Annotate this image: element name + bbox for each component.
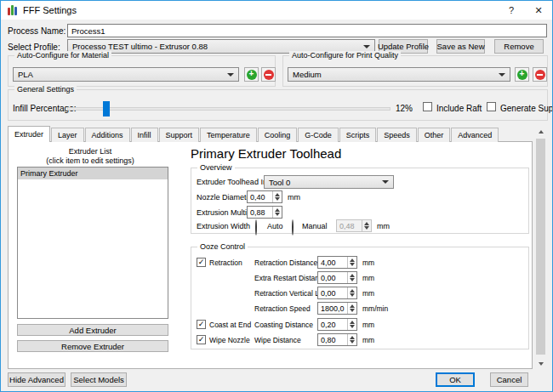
scrollbar-thumb[interactable] [536,139,545,355]
add-extruder-button[interactable]: Add Extruder [17,324,168,336]
remove-quality-button[interactable] [533,67,547,82]
spinner-arrows-icon[interactable] [347,319,356,330]
generate-support-checkbox[interactable] [487,102,496,111]
extrusion-width-manual-label: Manual [302,222,328,230]
spinner-arrows-icon[interactable] [347,272,356,283]
spinner-arrows-icon[interactable] [347,257,356,268]
wipe-nozzle-checkbox[interactable]: ✓ [197,335,206,344]
coasting-distance-value: 0,20 [318,319,347,330]
infill-value: 12% [396,104,413,113]
scroll-up-icon[interactable] [535,127,546,137]
retraction-speed-unit: mm/min [362,304,388,313]
close-button[interactable]: ✕ [525,1,552,20]
nozzle-diameter-spinner[interactable]: 0,40 [247,190,282,203]
minus-icon [535,70,545,80]
nozzle-diameter-label: Nozzle Diameter [197,193,254,202]
plus-icon [247,70,257,80]
toolhead-index-value: Tool 0 [269,178,290,187]
tab-speeds[interactable]: Speeds [377,128,417,142]
spinner-arrows-icon[interactable] [347,334,356,345]
infill-slider-handle[interactable] [103,101,110,116]
chevron-down-icon [499,73,505,77]
retraction-distance-unit: mm [362,258,374,267]
extruder-list-item-selected[interactable]: Primary Extruder [18,168,168,179]
include-raft-label: Include Raft [436,104,482,113]
toolhead-heading: Primary Extruder Toolhead [191,146,341,161]
retraction-speed-label: Retraction Speed [254,304,311,313]
infill-slider-track[interactable] [67,107,391,111]
window-title: FFF Settings [23,5,77,15]
extrusion-multiplier-value: 0,88 [248,207,272,218]
add-material-button[interactable] [244,67,259,82]
tab-other[interactable]: Other [418,128,451,142]
tab-layer[interactable]: Layer [51,128,84,142]
auto-material-legend: Auto-Configure for Material [14,51,111,60]
tab-extruder[interactable]: Extruder [8,126,50,142]
tab-temperature[interactable]: Temperature [200,128,257,142]
extrusion-width-manual-radio[interactable] [292,219,294,236]
extra-restart-distance-value: 0,00 [318,272,347,283]
retraction-checkbox[interactable]: ✓ [197,258,206,267]
vertical-scrollbar[interactable] [535,127,546,369]
retraction-distance-spinner[interactable]: 4,00 [317,256,357,269]
hide-advanced-button[interactable]: Hide Advanced [8,372,66,387]
spinner-arrows-icon[interactable] [272,191,282,202]
help-button[interactable]: ? [498,1,525,20]
ok-button[interactable]: OK [436,372,475,387]
extrusion-width-auto-radio[interactable] [255,219,257,236]
cancel-button[interactable]: Cancel [490,372,528,387]
process-name-label: Process Name: [8,26,66,36]
settings-tabs: Extruder Layer Additions Infill Support … [8,126,499,142]
retraction-speed-value: 1800,0 [318,303,347,314]
scroll-down-icon[interactable] [535,359,546,369]
nozzle-diameter-value: 0,40 [248,191,272,202]
overview-legend: Overview [197,163,235,172]
nozzle-diameter-unit: mm [288,193,300,202]
spinner-arrows-icon[interactable] [347,303,356,314]
wipe-distance-unit: mm [362,336,374,344]
retraction-vertical-lift-value: 0,00 [318,287,347,298]
wipe-distance-value: 0,80 [318,334,347,345]
material-select-value: PLA [18,70,33,79]
chevron-down-icon [227,73,234,77]
toolhead-index-select[interactable]: Tool 0 [264,175,394,189]
tab-gcode[interactable]: G-Code [298,128,339,142]
include-raft-checkbox[interactable] [423,102,432,111]
coasting-distance-spinner[interactable]: 0,20 [317,318,357,331]
wipe-distance-spinner[interactable]: 0,80 [317,333,357,346]
tab-cooling[interactable]: Cooling [258,128,298,142]
coast-at-end-checkbox[interactable]: ✓ [197,320,206,329]
tab-advanced[interactable]: Advanced [451,128,499,142]
process-name-input[interactable]: Process1 [67,24,547,37]
extrusion-width-value: 0,48 [337,220,362,231]
extrusion-multiplier-spinner[interactable]: 0,88 [247,206,282,219]
retraction-vertical-lift-spinner[interactable]: 0,00 [317,287,357,299]
spinner-arrows-icon[interactable] [272,207,282,218]
remove-profile-button[interactable]: Remove [494,39,544,54]
fff-settings-dialog: FFF Settings ? ✕ Process Name: Process1 … [0,0,553,392]
quality-select[interactable]: Medium [288,67,510,82]
save-as-new-button[interactable]: Save as New [436,39,485,54]
material-select[interactable]: PLA [13,67,239,82]
plus-icon [517,70,527,80]
tab-additions[interactable]: Additions [85,128,130,142]
extruder-list-title: Extruder List [10,147,170,156]
wipe-distance-label: Wipe Distance [254,336,301,344]
remove-material-button[interactable] [261,67,276,82]
add-quality-button[interactable] [515,67,529,82]
spinner-arrows-icon[interactable] [347,287,356,298]
wipe-nozzle-checkbox-label: Wipe Nozzle [209,336,250,344]
tab-scripts[interactable]: Scripts [339,128,377,142]
extra-restart-distance-spinner[interactable]: 0,00 [317,271,357,284]
retraction-distance-label: Retraction Distance [254,258,317,267]
general-settings-legend: General Settings [14,85,77,94]
tab-infill[interactable]: Infill [131,128,158,142]
tab-support[interactable]: Support [159,128,200,142]
retraction-vertical-lift-unit: mm [362,289,374,298]
select-models-button[interactable]: Select Models [71,372,127,387]
profile-select-value: Processo TEST ultimo - Extrusor 0.88 [72,42,208,51]
remove-extruder-button[interactable]: Remove Extruder [17,340,168,352]
extrusion-width-auto-label: Auto [267,222,283,230]
retraction-speed-spinner[interactable]: 1800,0 [317,302,357,315]
spinner-arrows-icon [362,220,371,231]
